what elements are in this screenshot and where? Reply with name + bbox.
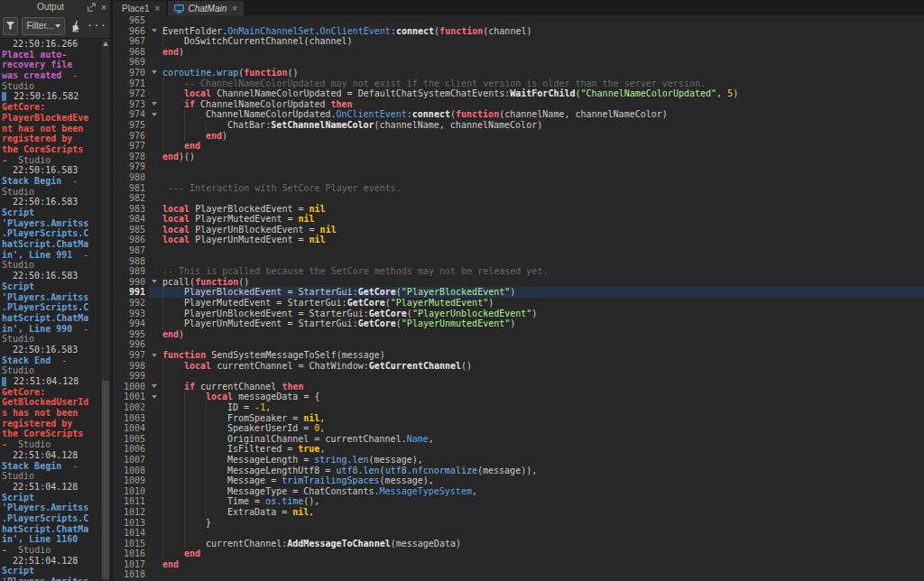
tab-chatmain[interactable]: ChatMain× xyxy=(168,1,244,15)
code-line[interactable]: 979 xyxy=(116,161,924,172)
code-line[interactable]: 987 xyxy=(116,245,924,256)
scroll-up-icon[interactable] xyxy=(103,42,108,46)
code-line[interactable]: 1009Message = trimTrailingSpaces(message… xyxy=(116,475,924,486)
code-line[interactable]: 1005OriginalChannel = currentChannel.Nam… xyxy=(116,434,924,445)
code-line[interactable]: 991PlayerBlockedEvent = StarterGui:GetCo… xyxy=(116,287,924,298)
code-line[interactable]: 982 xyxy=(116,193,924,204)
clear-output-button[interactable] xyxy=(69,17,82,35)
fold-arrow-icon[interactable] xyxy=(152,113,157,116)
code-line[interactable]: 985local PlayerUnBlockedEvent = nil xyxy=(116,225,924,235)
log-group-marker[interactable] xyxy=(2,377,6,386)
fold-arrow-icon[interactable] xyxy=(152,280,157,283)
code-line[interactable]: 988 xyxy=(116,256,924,267)
scrollbar-thumb[interactable] xyxy=(102,381,109,579)
code-line-content: end xyxy=(162,141,924,152)
code-line[interactable]: 994PlayerUnMutedEvent = StarterGui:GetCo… xyxy=(116,318,924,329)
code-line[interactable]: 974ChannelNameColorUpdated.OnClientEvent… xyxy=(116,109,924,120)
code-line[interactable]: 1001local messageData = { xyxy=(116,392,924,402)
code-line[interactable]: 976end) xyxy=(116,131,924,142)
indent-guide xyxy=(162,455,184,466)
close-panel-icon[interactable]: × xyxy=(97,2,110,13)
code-line[interactable]: 997function SendSystemMessageToSelf(mess… xyxy=(116,350,924,361)
code-line[interactable]: 967DoSwitchCurrentChannel(channel) xyxy=(116,36,924,47)
code-line[interactable]: 1010MessageType = ChatConstants.MessageT… xyxy=(116,486,924,497)
code-line[interactable]: 973if ChannelNameColorUpdated then xyxy=(116,99,924,110)
filter-dropdown[interactable]: Filter... xyxy=(22,17,64,35)
code-line[interactable]: 1016end xyxy=(116,549,924,559)
code-line[interactable]: 965 xyxy=(116,15,924,26)
code-line[interactable]: 1012ExtraData = nil, xyxy=(116,507,924,518)
code-line[interactable]: 989-- This is pcalled because the SetCor… xyxy=(116,266,924,277)
fold-arrow-icon[interactable] xyxy=(152,354,157,357)
line-number: 985 xyxy=(116,225,149,235)
code-line[interactable]: 975ChatBar:SetChannelNameColor(channelNa… xyxy=(116,120,924,131)
log-group-marker[interactable] xyxy=(2,92,6,101)
code-line[interactable]: 1007MessageLength = string.len(message), xyxy=(116,455,924,466)
code-line[interactable]: 1003FromSpeaker = nil, xyxy=(116,413,924,424)
log-row: 22:50:16.583 xyxy=(2,345,100,355)
code-line[interactable]: 993PlayerUnBlockedEvent = StarterGui:Get… xyxy=(116,309,924,319)
indent-guide xyxy=(162,88,184,99)
code-line[interactable]: 1014 xyxy=(116,528,924,539)
code-line[interactable]: 1008MessageLengthUtf8 = utf8.len(utf8.nf… xyxy=(116,466,924,476)
log-row: Studio xyxy=(2,187,100,198)
fold-margin xyxy=(149,256,162,267)
code-line[interactable]: 1018 xyxy=(116,569,924,580)
code-line[interactable]: 1011Time = os.time(), xyxy=(116,496,924,507)
code-line[interactable]: 990pcall(function() xyxy=(116,277,924,288)
code-line[interactable]: 977end xyxy=(116,141,924,152)
log-row: Script xyxy=(2,493,100,503)
fold-arrow-icon[interactable] xyxy=(152,395,157,399)
log-row: Stack Begin - xyxy=(2,461,100,472)
log-row: Studio xyxy=(2,334,100,345)
code-line[interactable]: 981 --- Interaction with SetCore Player … xyxy=(116,183,924,194)
log-text: 22:50:16.582 xyxy=(8,91,79,102)
line-number: 983 xyxy=(116,204,149,215)
code-line[interactable]: 1006IsFiltered = true, xyxy=(116,444,924,455)
code-line[interactable]: 1004SpeakerUserId = 0, xyxy=(116,423,924,434)
code-line[interactable]: 998local currentChannel = ChatWindow:Get… xyxy=(116,361,924,372)
code-line[interactable]: 995end) xyxy=(116,329,924,340)
indent-guide xyxy=(162,549,184,559)
log-row: 22:51:04.128 xyxy=(2,556,100,567)
code-line[interactable]: 1013} xyxy=(116,518,924,529)
code-line[interactable]: 986local PlayerUnMutedEvent = nil xyxy=(116,235,924,245)
code-line[interactable]: 980 xyxy=(116,172,924,183)
fold-arrow-icon[interactable] xyxy=(152,70,157,74)
popout-icon[interactable] xyxy=(85,2,97,13)
code-line[interactable]: 1000if currentChannel then xyxy=(116,382,924,392)
code-line[interactable]: 969 xyxy=(116,57,924,68)
indent-guide xyxy=(184,444,206,455)
fold-arrow-icon[interactable] xyxy=(152,102,157,106)
code-line[interactable]: 996 xyxy=(116,339,924,350)
output-scrollbar[interactable] xyxy=(100,39,110,581)
code-line[interactable]: 984local PlayerMutedEvent = nil xyxy=(116,214,924,225)
log-text: Place1 auto- xyxy=(2,50,67,60)
code-line[interactable]: 983local PlayerBlockedEvent = nil xyxy=(116,204,924,215)
filter-dropdown-label: Filter... xyxy=(26,21,53,31)
filter-funnel-button[interactable] xyxy=(3,17,18,35)
code-line[interactable]: 999 xyxy=(116,371,924,382)
log-row: 22:50:16.582 xyxy=(2,91,100,102)
code-line[interactable]: 1017end xyxy=(116,559,924,570)
log-text: was created xyxy=(2,70,61,81)
code-line[interactable]: 968end) xyxy=(116,47,924,58)
fold-arrow-icon[interactable] xyxy=(152,384,157,388)
tab-close-icon[interactable]: × xyxy=(155,4,161,14)
tab-place1[interactable]: Place1× xyxy=(116,1,166,15)
more-options-icon[interactable]: ··· xyxy=(87,20,107,32)
log-text: recovery file xyxy=(2,60,72,70)
code-line[interactable]: 978end)() xyxy=(116,152,924,162)
code-line[interactable]: 966EventFolder.OnMainChannelSet.OnClient… xyxy=(116,26,924,37)
tab-close-icon[interactable]: × xyxy=(232,4,237,14)
code-area[interactable]: 965966EventFolder.OnMainChannelSet.OnCli… xyxy=(116,15,924,581)
fold-arrow-icon[interactable] xyxy=(152,29,157,32)
code-line[interactable]: 972local ChannelNameColorUpdated = Defau… xyxy=(116,88,924,99)
code-line[interactable]: 992PlayerMutedEvent = StarterGui:GetCore… xyxy=(116,298,924,309)
code-line-content: DoSwitchCurrentChannel(channel) xyxy=(162,36,924,47)
code-line[interactable]: 1002ID = -1, xyxy=(116,402,924,413)
code-line[interactable]: 1015currentChannel:AddMessageToChannel(m… xyxy=(116,539,924,549)
code-line[interactable]: 971-- ChannelNameColorUpdated may not ex… xyxy=(116,78,924,89)
code-text: PlayerBlockedEvent = StarterGui:GetCore(… xyxy=(184,287,515,298)
code-line[interactable]: 970coroutine.wrap(function() xyxy=(116,68,924,78)
